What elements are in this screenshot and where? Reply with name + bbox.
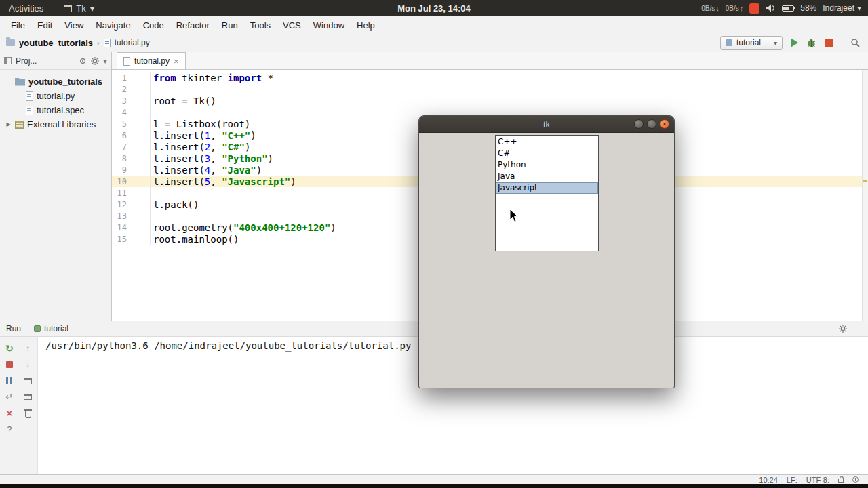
menu-navigate[interactable]: Navigate <box>90 20 136 30</box>
net-down-value: 0B/s <box>701 5 715 12</box>
tk-window-body: C++C#PythonJavaJavascript <box>419 133 674 388</box>
bottom-black-strip <box>0 484 868 488</box>
listbox-item-javascript[interactable]: Javascript <box>496 182 598 194</box>
help-button[interactable]: ? <box>3 424 16 435</box>
close-button[interactable]: × <box>660 119 669 129</box>
caret-position[interactable]: 10:24 <box>759 476 778 484</box>
editor-tab-tutorial-py[interactable]: tutorial.py × <box>117 52 186 69</box>
run-panel-title[interactable]: Run <box>6 324 21 333</box>
next-occurrence-button[interactable]: ↓ <box>22 359 34 370</box>
pause-output-button[interactable] <box>3 375 16 386</box>
locate-file-icon[interactable] <box>79 57 87 65</box>
run-config-select[interactable]: tutorial ▾ <box>720 36 783 50</box>
run-button[interactable] <box>791 38 798 47</box>
memory-indicator-icon[interactable] <box>852 476 859 483</box>
listbox-item-c[interactable]: C# <box>496 148 598 159</box>
clear-console-button[interactable] <box>22 407 34 419</box>
tree-item-youtube-tutorials[interactable]: youtube_tutorials <box>0 75 111 89</box>
user-menu[interactable]: Indrajeet ▾ <box>823 3 861 13</box>
hide-panel-icon[interactable]: ▾ <box>103 56 107 66</box>
menu-tools[interactable]: Tools <box>244 20 277 30</box>
breadcrumb-file[interactable]: tutorial.py <box>115 38 150 47</box>
line-number: 3 <box>112 95 151 106</box>
folder-icon <box>6 39 15 46</box>
listbox-item-java[interactable]: Java <box>496 171 598 182</box>
menu-help[interactable]: Help <box>351 20 381 30</box>
menu-vcs[interactable]: VCS <box>277 20 307 30</box>
run-tab-label: tutorial <box>44 324 68 333</box>
menu-run[interactable]: Run <box>216 20 244 30</box>
code-text: l.insert(1, "C++") <box>151 130 256 141</box>
tree-item-tutorial-spec[interactable]: tutorial.spec <box>0 103 111 117</box>
network-upload-indicator: 0B/s ↑ <box>726 4 744 12</box>
run-tab-tutorial[interactable]: tutorial <box>29 323 73 335</box>
restore-layout-button[interactable] <box>22 375 34 386</box>
line-number: 1 <box>112 72 151 83</box>
listbox-item-c[interactable]: C++ <box>496 136 598 148</box>
search-everywhere-icon[interactable] <box>850 38 860 47</box>
stop-button[interactable] <box>825 39 833 47</box>
listbox-item-python[interactable]: Python <box>496 159 598 171</box>
settings-gear-icon[interactable] <box>91 57 99 65</box>
hide-run-panel-icon[interactable]: — <box>854 324 862 333</box>
project-panel-icon[interactable] <box>4 57 12 64</box>
tree-item-external-libraries[interactable]: ▶External Libraries <box>0 117 111 131</box>
breadcrumb-project[interactable]: youtube_tutorials <box>19 38 93 48</box>
breadcrumb: youtube_tutorials › tutorial.py <box>0 38 150 48</box>
menu-edit[interactable]: Edit <box>31 20 58 30</box>
debug-button[interactable] <box>806 38 816 48</box>
recording-indicator[interactable] <box>749 3 760 14</box>
folder-icon <box>15 78 25 86</box>
menu-file[interactable]: File <box>5 20 31 30</box>
clock[interactable]: Mon Jul 23, 14:04 <box>397 3 471 14</box>
tk-window: tk × C++C#PythonJavaJavascript <box>418 115 675 388</box>
tree-expand-arrow[interactable]: ▶ <box>5 121 12 127</box>
minimize-button[interactable] <box>634 119 644 129</box>
tk-titlebar[interactable]: tk × <box>419 116 674 133</box>
readonly-lock-icon[interactable] <box>838 479 844 483</box>
user-name: Indrajeet <box>823 3 854 13</box>
menu-view[interactable]: View <box>58 20 90 30</box>
run-settings-gear-icon[interactable] <box>839 325 847 333</box>
line-number: 4 <box>112 106 151 118</box>
code-line-2[interactable]: 2 <box>112 83 868 95</box>
maximize-button[interactable] <box>647 119 656 129</box>
battery-icon <box>782 5 794 12</box>
menu-code[interactable]: Code <box>137 20 170 30</box>
print-button[interactable] <box>22 391 34 403</box>
upload-arrow-icon: ↑ <box>740 4 744 12</box>
rerun-button[interactable]: ↻ <box>3 342 16 354</box>
tree-item-label: youtube_tutorials <box>28 77 102 87</box>
code-line-3[interactable]: 3root = Tk() <box>112 95 868 106</box>
line-number: 7 <box>112 141 151 152</box>
project-panel-header: Proj... ▾ <box>0 52 111 70</box>
soft-wrap-button[interactable]: ↵ <box>3 391 16 403</box>
chevron-down-icon: ▾ <box>90 3 95 14</box>
encoding-indicator[interactable]: UTF-8: <box>806 476 829 484</box>
line-number: 2 <box>112 83 151 95</box>
tree-item-label: tutorial.py <box>37 91 75 101</box>
line-separator-indicator[interactable]: LF: <box>787 476 797 484</box>
tab-close-icon[interactable]: × <box>174 57 179 66</box>
battery-percent: 58% <box>800 3 816 13</box>
active-window-indicator[interactable]: Tk ▾ <box>64 3 94 14</box>
menu-window[interactable]: Window <box>307 20 351 30</box>
error-stripe[interactable] <box>862 70 868 321</box>
project-panel-title[interactable]: Proj... <box>16 56 37 66</box>
code-text: l.insert(3, "Python") <box>151 153 273 164</box>
code-text: l.insert(4, "Java") <box>151 165 262 176</box>
stop-process-button[interactable] <box>3 359 16 370</box>
chevron-down-icon: ▾ <box>857 3 861 13</box>
tk-listbox[interactable]: C++C#PythonJavaJavascript <box>495 135 599 251</box>
activities-button[interactable]: Activities <box>9 3 43 14</box>
line-number: 15 <box>112 233 151 245</box>
volume-icon[interactable] <box>766 4 776 12</box>
prev-occurrence-button[interactable]: ↑ <box>22 342 34 354</box>
close-tab-button[interactable]: × <box>3 407 16 419</box>
tree-item-tutorial-py[interactable]: tutorial.py <box>0 89 111 103</box>
menu-refactor[interactable]: Refactor <box>170 20 216 30</box>
run-config-icon <box>726 39 732 46</box>
stripe-mark-yellow[interactable] <box>863 180 867 182</box>
code-line-1[interactable]: 1from tkinter import * <box>112 72 868 83</box>
line-number: 5 <box>112 118 151 129</box>
